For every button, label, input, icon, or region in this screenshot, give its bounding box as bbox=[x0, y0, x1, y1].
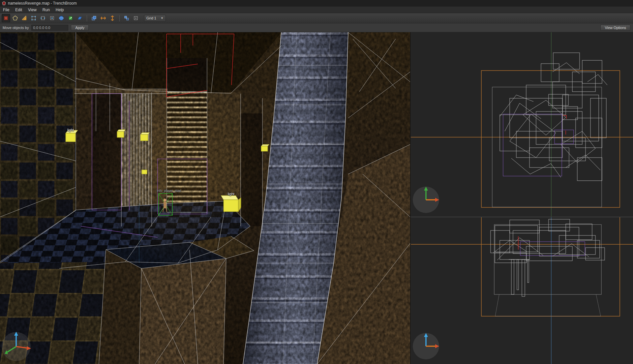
duplicate-objects-button[interactable] bbox=[90, 14, 98, 22]
clip-diagonal-icon bbox=[21, 15, 27, 21]
light-label: light bbox=[67, 128, 74, 132]
flip-vertical-icon bbox=[109, 15, 115, 21]
move-objects-label: Move objects by bbox=[3, 26, 29, 30]
flip-horizontal-icon bbox=[100, 15, 106, 21]
face-tool-button[interactable] bbox=[48, 14, 56, 22]
chevron-down-icon: ▼ bbox=[161, 16, 164, 20]
texture-lock-icon bbox=[124, 15, 130, 21]
axis-gizmo-top bbox=[413, 187, 439, 213]
vertex-tool-button[interactable] bbox=[29, 14, 38, 22]
info-bar: Move objects by Apply View Options bbox=[0, 23, 633, 32]
scene-3d[interactable] bbox=[0, 32, 410, 364]
red-square-icon bbox=[3, 15, 9, 21]
flip-horizontal-button[interactable] bbox=[99, 14, 107, 22]
rotate-tool-button[interactable] bbox=[57, 14, 66, 22]
texture-lock-button[interactable] bbox=[122, 14, 131, 22]
apply-button[interactable]: Apply bbox=[71, 25, 89, 31]
square-center-dot-icon bbox=[49, 15, 55, 21]
scale-tool-button[interactable] bbox=[66, 14, 75, 22]
main-area: light light info_player_start bbox=[0, 32, 633, 364]
brush-tool-button[interactable] bbox=[11, 14, 19, 22]
edge-tool-button[interactable] bbox=[39, 14, 47, 22]
blue-sphere-icon bbox=[58, 15, 64, 21]
light-entity bbox=[142, 170, 147, 174]
scene-2d-top[interactable] bbox=[411, 32, 633, 217]
right-column bbox=[411, 32, 633, 364]
toolbar: Grid 1 ▼ bbox=[0, 13, 633, 23]
flip-vertical-button[interactable] bbox=[108, 14, 117, 22]
window-titlebar[interactable]: namelessRevenge.map - TrenchBroom bbox=[0, 0, 633, 7]
pentagon-icon bbox=[12, 15, 18, 21]
blue-shear-icon bbox=[77, 15, 83, 21]
square-corner-dots-icon bbox=[31, 15, 37, 21]
trenchbroom-logo-icon bbox=[2, 1, 6, 5]
grid-size-label: Grid 1 bbox=[146, 16, 156, 20]
shear-tool-button[interactable] bbox=[75, 14, 84, 22]
grid-size-select[interactable]: Grid 1 ▼ bbox=[144, 15, 166, 22]
light-label: light bbox=[228, 192, 234, 196]
menu-help[interactable]: Help bbox=[53, 7, 67, 13]
window-title: namelessRevenge.map - TrenchBroom bbox=[8, 0, 77, 7]
menu-bar: File Edit View Run Help bbox=[0, 7, 633, 13]
menu-run[interactable]: Run bbox=[40, 7, 53, 13]
duplicate-icon bbox=[91, 15, 97, 21]
clip-tool-button[interactable] bbox=[20, 14, 29, 22]
menu-view[interactable]: View bbox=[25, 7, 40, 13]
player-start-label: info_player_start bbox=[157, 189, 181, 193]
menu-edit[interactable]: Edit bbox=[12, 7, 25, 13]
green-square-icon bbox=[68, 15, 74, 21]
axis-gizmo-side bbox=[413, 333, 439, 359]
scene-2d-side[interactable] bbox=[411, 217, 633, 364]
view-options-button[interactable]: View Options bbox=[600, 25, 630, 31]
scene-geometry bbox=[0, 32, 410, 364]
toolbar-separator bbox=[87, 15, 87, 21]
menu-file[interactable]: File bbox=[0, 7, 12, 13]
toolbar-separator bbox=[119, 15, 120, 21]
viewport-2d-top[interactable] bbox=[411, 32, 633, 217]
viewport-2d-side[interactable] bbox=[411, 217, 633, 364]
uv-lock-icon bbox=[133, 15, 139, 21]
uv-lock-button[interactable] bbox=[132, 14, 140, 22]
square-edge-dots-icon bbox=[40, 15, 46, 21]
move-objects-input[interactable] bbox=[31, 25, 68, 31]
viewport-3d[interactable]: light light info_player_start bbox=[0, 32, 410, 364]
selection-tool-button[interactable] bbox=[2, 14, 10, 22]
